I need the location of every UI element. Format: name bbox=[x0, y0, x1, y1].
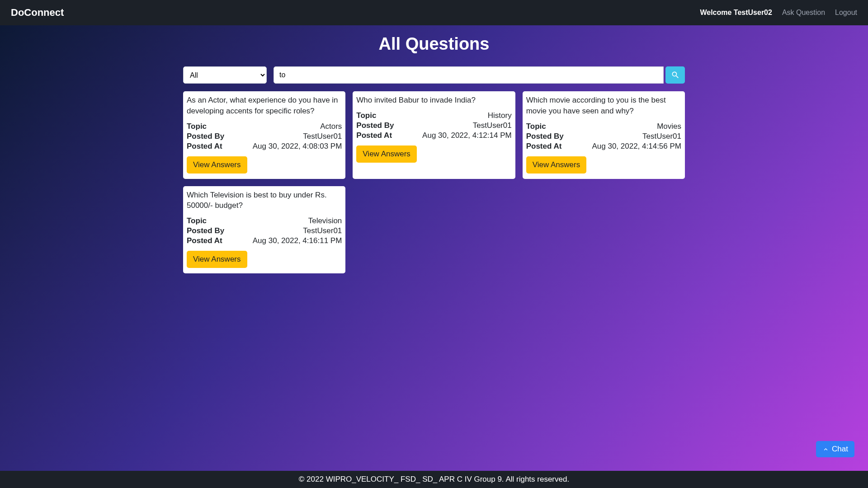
nav-right: Welcome TestUser02 Ask Question Logout bbox=[700, 9, 857, 17]
cards-grid: As an Actor, what experience do you have… bbox=[183, 91, 685, 273]
posted-at-value: Aug 30, 2022, 4:12:14 PM bbox=[422, 131, 512, 140]
question-text: Who invited Babur to invade India? bbox=[356, 95, 511, 106]
posted-by-value: TestUser01 bbox=[473, 121, 512, 130]
topic-value: Actors bbox=[320, 122, 342, 131]
question-card: Who invited Babur to invade India? Topic… bbox=[353, 91, 515, 179]
posted-at-value: Aug 30, 2022, 4:14:56 PM bbox=[592, 142, 681, 151]
posted-by-value: TestUser01 bbox=[303, 132, 342, 141]
question-card: Which movie according to you is the best… bbox=[523, 91, 685, 179]
posted-by-label: Posted By bbox=[187, 226, 224, 235]
ask-question-link[interactable]: Ask Question bbox=[782, 9, 825, 17]
meta-row: Posted At Aug 30, 2022, 4:14:56 PM bbox=[526, 142, 681, 151]
posted-at-label: Posted At bbox=[526, 142, 562, 151]
question-text: Which movie according to you is the best… bbox=[526, 95, 681, 117]
welcome-text: Welcome TestUser02 bbox=[700, 9, 772, 17]
topic-label: Topic bbox=[526, 122, 546, 131]
page-title: All Questions bbox=[0, 34, 868, 54]
footer-text: © 2022 WIPRO_VELOCITY_ FSD_ SD_ APR C IV… bbox=[299, 475, 569, 483]
meta-row: Topic History bbox=[356, 111, 511, 120]
topic-value: History bbox=[488, 111, 512, 120]
meta-row: Posted At Aug 30, 2022, 4:08:03 PM bbox=[187, 142, 342, 151]
posted-by-label: Posted By bbox=[356, 121, 394, 130]
chat-button[interactable]: Chat bbox=[816, 441, 854, 457]
posted-by-label: Posted By bbox=[526, 132, 564, 141]
posted-by-value: TestUser01 bbox=[303, 226, 342, 235]
navbar: DoConnect Welcome TestUser02 Ask Questio… bbox=[0, 0, 868, 25]
meta-row: Posted At Aug 30, 2022, 4:12:14 PM bbox=[356, 131, 511, 140]
question-text: Which Television is best to buy under Rs… bbox=[187, 190, 342, 211]
meta-row: Topic Television bbox=[187, 216, 342, 225]
footer: © 2022 WIPRO_VELOCITY_ FSD_ SD_ APR C IV… bbox=[0, 471, 868, 488]
search-icon bbox=[671, 70, 680, 80]
meta-row: Posted By TestUser01 bbox=[356, 121, 511, 130]
question-card: As an Actor, what experience do you have… bbox=[183, 91, 345, 179]
chat-label: Chat bbox=[832, 445, 848, 454]
chevron-up-icon bbox=[822, 446, 829, 453]
view-answers-button[interactable]: View Answers bbox=[187, 251, 247, 268]
posted-by-value: TestUser01 bbox=[642, 132, 681, 141]
question-text: As an Actor, what experience do you have… bbox=[187, 95, 342, 117]
logout-link[interactable]: Logout bbox=[835, 9, 857, 17]
posted-at-label: Posted At bbox=[356, 131, 392, 140]
posted-at-label: Posted At bbox=[187, 236, 222, 245]
posted-at-value: Aug 30, 2022, 4:16:11 PM bbox=[253, 236, 342, 245]
search-button[interactable] bbox=[665, 66, 685, 84]
topic-label: Topic bbox=[187, 216, 207, 225]
search-wrapper bbox=[274, 66, 685, 84]
topic-value: Television bbox=[308, 216, 342, 225]
topic-label: Topic bbox=[356, 111, 376, 120]
meta-row: Topic Movies bbox=[526, 122, 681, 131]
view-answers-button[interactable]: View Answers bbox=[526, 156, 587, 174]
question-card: Which Television is best to buy under Rs… bbox=[183, 186, 345, 274]
meta-row: Posted By TestUser01 bbox=[187, 132, 342, 141]
main-content: All Questions All As an Actor, what expe… bbox=[0, 25, 868, 471]
view-answers-button[interactable]: View Answers bbox=[356, 145, 417, 163]
meta-row: Posted By TestUser01 bbox=[526, 132, 681, 141]
meta-row: Posted By TestUser01 bbox=[187, 226, 342, 235]
meta-row: Posted At Aug 30, 2022, 4:16:11 PM bbox=[187, 236, 342, 245]
topic-value: Movies bbox=[657, 122, 681, 131]
search-row: All bbox=[183, 66, 685, 84]
brand-logo[interactable]: DoConnect bbox=[11, 7, 64, 19]
posted-by-label: Posted By bbox=[187, 132, 224, 141]
meta-row: Topic Actors bbox=[187, 122, 342, 131]
search-input[interactable] bbox=[274, 66, 664, 84]
filter-select[interactable]: All bbox=[183, 66, 267, 84]
topic-label: Topic bbox=[187, 122, 207, 131]
posted-at-value: Aug 30, 2022, 4:08:03 PM bbox=[253, 142, 342, 151]
view-answers-button[interactable]: View Answers bbox=[187, 156, 247, 174]
posted-at-label: Posted At bbox=[187, 142, 222, 151]
container: All As an Actor, what experience do you … bbox=[130, 66, 738, 273]
